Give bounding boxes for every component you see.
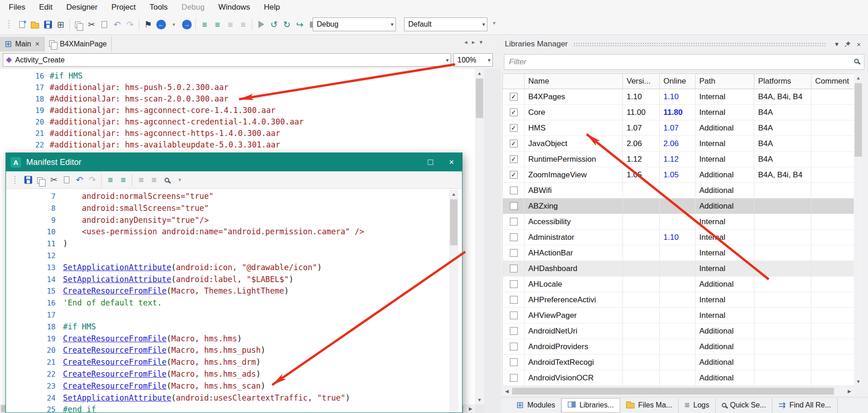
cut-icon[interactable]: ✂	[47, 173, 60, 187]
table-row-androidproviders[interactable]: AndroidProvidersAdditional	[503, 339, 854, 355]
scrollbar-thumb[interactable]	[450, 199, 457, 245]
new-icon[interactable]	[16, 17, 29, 31]
indent-icon[interactable]: ≡	[104, 173, 117, 187]
library-checkbox[interactable]: ✓	[510, 108, 518, 116]
library-checkbox[interactable]: ✓	[510, 93, 518, 101]
library-checkbox[interactable]	[510, 311, 518, 319]
table-row-runtimepermission[interactable]: ✓RuntimePermission1.121.12InternalB4A	[503, 152, 854, 167]
build-config-combo[interactable]: Default ▾	[404, 17, 487, 31]
tool-tab-filesma[interactable]: Files Ma...	[620, 398, 679, 413]
manifest-editor-window[interactable]: A Manifest Editor □ × ✂↶↷≡≡≡≡▾ 7 android…	[6, 153, 463, 413]
menu-edit[interactable]: Edit	[32, 0, 59, 14]
menu-help[interactable]: Help	[257, 0, 287, 14]
menu-windows[interactable]: Windows	[211, 0, 257, 14]
manifest-vertical-scrollbar[interactable]: ▲	[449, 190, 458, 413]
member-navigation-combo[interactable]: Activity_Create ▾	[3, 53, 451, 67]
bookmark-icon[interactable]: ⚑	[142, 17, 154, 31]
copy-icon[interactable]	[34, 173, 47, 187]
comment-icon[interactable]: ≡	[135, 173, 148, 187]
copy-icon[interactable]	[72, 17, 85, 31]
table-row-zoomimageview[interactable]: ✓ZoomImageView1.051.05AdditionalB4A, B4i…	[503, 167, 854, 183]
table-row-androidtextrecogi[interactable]: AndroidTextRecogiAdditional	[503, 355, 854, 370]
scroll-left-icon[interactable]: ◀	[503, 387, 511, 396]
scrollbar-thumb[interactable]	[512, 388, 834, 395]
resume-icon[interactable]: ↺	[268, 17, 280, 31]
library-checkbox[interactable]	[510, 280, 518, 288]
library-checkbox[interactable]	[510, 202, 518, 210]
window-position-caret-icon[interactable]: ▾	[831, 39, 842, 50]
pin-icon[interactable]	[842, 39, 853, 50]
column-header-check[interactable]	[503, 74, 525, 89]
save-icon[interactable]	[41, 17, 54, 31]
tab-list-caret-icon[interactable]: ▾	[480, 39, 483, 45]
close-button[interactable]: ×	[441, 153, 462, 171]
table-row-b4xpages[interactable]: ✓B4XPages1.101.10InternalB4A, B4i, B4	[503, 89, 854, 105]
library-checkbox[interactable]: ✓	[510, 140, 518, 147]
column-header-name[interactable]: Name	[525, 74, 623, 89]
table-row-ahviewpager[interactable]: AHViewPagerInternal	[503, 308, 854, 323]
library-checkbox[interactable]	[510, 296, 518, 304]
scroll-down-icon[interactable]: ▼	[475, 396, 484, 404]
indent-icon[interactable]: ≡	[198, 17, 211, 31]
library-checkbox[interactable]	[510, 327, 518, 335]
library-checkbox[interactable]	[510, 218, 518, 226]
toolbar-grip[interactable]	[3, 17, 16, 31]
menu-debug[interactable]: Debug	[175, 0, 211, 14]
library-checkbox[interactable]	[510, 358, 518, 366]
table-row-core[interactable]: ✓Core11.0011.80InternalB4A	[503, 105, 854, 120]
table-row-hms[interactable]: ✓HMS1.071.07AdditionalB4A	[503, 120, 854, 136]
table-row-abwifi[interactable]: ABWifiAdditional	[503, 183, 854, 198]
modules-grid-icon[interactable]: ⊞	[54, 17, 67, 31]
table-row-accessibility[interactable]: AccessibilityInternal	[503, 214, 854, 230]
column-header-path[interactable]: Path	[696, 74, 754, 89]
column-header-versi[interactable]: Versi...	[623, 74, 660, 89]
uncomment-icon[interactable]: ≡	[237, 17, 250, 31]
menu-project[interactable]: Project	[104, 0, 143, 14]
library-checkbox[interactable]	[510, 374, 518, 382]
scroll-down-icon[interactable]: ▼	[854, 377, 863, 386]
editor-zoom-combo[interactable]: 100% ▾	[453, 53, 493, 67]
tab-scroll-left-icon[interactable]: ◂	[464, 39, 468, 45]
column-header-online[interactable]: Online	[660, 74, 696, 89]
manifest-titlebar[interactable]: A Manifest Editor □ ×	[6, 153, 462, 171]
run-icon[interactable]	[255, 17, 268, 31]
tool-tab-logs[interactable]: ≡Logs	[679, 398, 716, 413]
table-row-abzxing[interactable]: ABZxingAdditional	[503, 198, 854, 214]
comment-icon[interactable]: ≡	[224, 17, 237, 31]
manifest-code-lines[interactable]: 7 android:normalScreens="true"8 android:…	[6, 189, 462, 413]
scroll-up-icon[interactable]: ▲	[854, 74, 863, 82]
outdent-icon[interactable]: ≡	[117, 173, 130, 187]
library-checkbox[interactable]	[510, 249, 518, 257]
table-row-androidvisionocr[interactable]: AndroidVisionOCRAdditional	[503, 370, 854, 386]
overflow-caret[interactable]: ▾	[173, 173, 186, 187]
column-header-comment[interactable]: Comment	[811, 74, 854, 89]
table-row-ahlocale[interactable]: AHLocaleAdditional	[503, 277, 854, 292]
menu-tools[interactable]: Tools	[143, 0, 175, 14]
save-icon[interactable]	[22, 173, 34, 187]
column-header-platforms[interactable]: Platforms	[754, 74, 811, 89]
tool-tab-findallre[interactable]: ⇉Find All Re...	[772, 398, 838, 413]
panel-drag-grip[interactable]	[573, 42, 826, 46]
library-checkbox[interactable]	[510, 187, 518, 194]
cut-icon[interactable]: ✂	[85, 17, 98, 31]
undo-icon[interactable]: ↶	[111, 17, 124, 31]
close-panel-button[interactable]: ×	[853, 39, 864, 50]
panel-splitter[interactable]	[484, 69, 501, 413]
toolbar-grip[interactable]	[9, 173, 22, 187]
redo-icon[interactable]: ↷	[86, 173, 99, 187]
table-vertical-scrollbar[interactable]: ▲ ▼	[854, 74, 863, 386]
undo-icon[interactable]: ↶	[73, 173, 86, 187]
doc-tab-main[interactable]: ⊞Main×	[0, 37, 45, 51]
tab-scroll-right-icon[interactable]: ▸	[472, 39, 475, 45]
table-row-administrator[interactable]: Administrator1.10Internal	[503, 230, 854, 245]
table-row-ahactionbar[interactable]: AHActionBarInternal	[503, 245, 854, 261]
table-horizontal-scrollbar[interactable]: ◀ ▶	[503, 387, 854, 396]
tool-tab-quickse[interactable]: Quick Se...	[716, 398, 772, 413]
library-checkbox[interactable]	[510, 343, 518, 351]
uncomment-icon[interactable]: ≡	[148, 173, 160, 187]
tool-tab-libraries[interactable]: Libraries...	[561, 398, 620, 413]
scrollbar-thumb[interactable]	[476, 79, 483, 118]
scroll-right-icon[interactable]: ▶	[845, 387, 854, 396]
library-checkbox[interactable]	[510, 233, 518, 241]
table-row-androidneturi[interactable]: AndroidNetUriAdditional	[503, 323, 854, 339]
